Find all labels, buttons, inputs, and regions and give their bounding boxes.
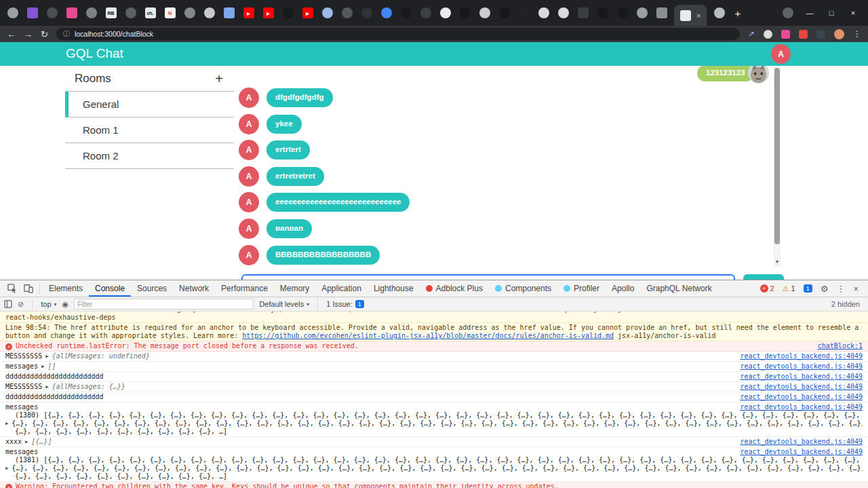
browser-tab[interactable]	[381, 7, 392, 18]
browser-tab[interactable]	[714, 7, 725, 18]
window-close-button[interactable]: ×	[848, 9, 859, 17]
devtools-close-button[interactable]: ×	[853, 284, 859, 294]
clear-console-icon[interactable]: ⊘	[18, 300, 24, 309]
expand-arrow-icon[interactable]: ▶	[45, 383, 48, 391]
tab-close-icon[interactable]: ×	[696, 12, 701, 20]
browser-tab[interactable]	[637, 7, 648, 18]
browser-tab[interactable]	[47, 7, 58, 18]
minimize-button[interactable]: —	[804, 9, 815, 17]
browser-tab[interactable]	[479, 7, 490, 18]
devtools-menu-icon[interactable]: ⋮	[836, 284, 845, 294]
browser-tab[interactable]	[440, 7, 451, 18]
expand-arrow-icon[interactable]: ▶	[41, 362, 44, 371]
room-item-general[interactable]: General	[65, 92, 234, 117]
browser-tab[interactable]: N	[165, 7, 176, 18]
expand-arrow-icon[interactable]: ▶	[5, 464, 8, 472]
device-toolbar-icon[interactable]	[20, 284, 37, 293]
expand-arrow-icon[interactable]: ▶	[45, 352, 48, 360]
reload-button[interactable]: ↻	[41, 30, 48, 39]
browser-tab[interactable]	[420, 7, 431, 18]
tab-search-icon[interactable]	[783, 7, 793, 18]
send-button[interactable]	[743, 274, 784, 280]
warning-count-badge[interactable]: ⚠1	[783, 284, 795, 293]
browser-tab[interactable]	[342, 7, 353, 18]
scrollbar-thumb[interactable]	[774, 68, 780, 244]
issues-badge[interactable]: 1	[804, 284, 812, 293]
scroll-down-icon[interactable]: ▼	[774, 257, 781, 267]
browser-tab[interactable]	[361, 7, 372, 18]
extension-icon[interactable]	[816, 30, 825, 39]
error-count-badge[interactable]: ×2	[760, 284, 774, 293]
devtools-tab-components[interactable]: Components	[489, 280, 557, 297]
room-item-room1[interactable]: Room 1	[65, 117, 234, 143]
source-link[interactable]: react_devtools_backend.js:4049	[740, 403, 863, 411]
browser-tab[interactable]	[322, 7, 333, 18]
browser-tab[interactable]	[204, 7, 215, 18]
source-link[interactable]: react_devtools_backend.js:4049	[740, 393, 863, 401]
address-bar[interactable]: ⓘ localhost:3000/chatBlock	[56, 28, 740, 40]
extension-icon[interactable]	[781, 30, 790, 39]
devtools-tab-elements[interactable]: Elements	[43, 280, 89, 297]
browser-tab[interactable]: RB	[106, 7, 117, 18]
browser-tab[interactable]	[558, 7, 569, 18]
room-item-room2[interactable]: Room 2	[65, 143, 234, 169]
extension-icon[interactable]	[764, 30, 772, 39]
browser-tab[interactable]	[538, 7, 549, 18]
youtube-tab[interactable]: ▶	[263, 7, 274, 18]
browser-tab[interactable]	[7, 7, 18, 18]
browser-tab[interactable]	[597, 7, 608, 18]
user-avatar[interactable]: A	[771, 44, 791, 64]
expand-arrow-icon[interactable]: ▶	[25, 438, 28, 446]
active-tab[interactable]: ×	[674, 5, 707, 26]
browser-menu-icon[interactable]: ⋮	[853, 29, 861, 39]
send-to-devices-icon[interactable]: ↗	[748, 29, 755, 39]
browser-tab[interactable]	[460, 7, 471, 18]
youtube-tab[interactable]: ▶	[243, 7, 254, 18]
source-link[interactable]: react_devtools_backend.js:4049	[740, 352, 863, 360]
back-button[interactable]: ←	[7, 30, 16, 39]
devtools-tab-profiler[interactable]: Profiler	[557, 280, 606, 297]
log-levels-dropdown[interactable]: Default levels▾	[259, 300, 309, 308]
browser-tab[interactable]	[66, 7, 77, 18]
site-info-icon[interactable]: ⓘ	[63, 29, 70, 39]
console-filter-input[interactable]	[74, 299, 254, 309]
forward-button[interactable]: →	[24, 30, 33, 39]
devtools-tab-lighthouse[interactable]: Lighthouse	[368, 280, 420, 297]
source-link[interactable]: react_devtools_backend.js:4049	[740, 373, 863, 381]
browser-tab[interactable]	[578, 7, 589, 18]
devtools-tab-console[interactable]: Console	[89, 280, 131, 297]
source-link[interactable]: react_devtools_backend.js:4049	[740, 448, 863, 456]
message-input[interactable]	[241, 274, 735, 280]
devtools-tab-adblock[interactable]: Adblock Plus	[420, 280, 489, 297]
browser-tab[interactable]	[656, 7, 667, 18]
browser-tab[interactable]	[224, 7, 235, 18]
add-room-button[interactable]: +	[215, 72, 223, 86]
browser-tab[interactable]: ch.	[145, 7, 156, 18]
expand-arrow-icon[interactable]: ▶	[5, 419, 8, 428]
browser-tab[interactable]	[617, 7, 628, 18]
browser-tab[interactable]	[86, 7, 97, 18]
browser-tab[interactable]	[401, 7, 412, 18]
browser-profile-avatar[interactable]	[834, 29, 844, 39]
browser-tab[interactable]	[125, 7, 136, 18]
new-tab-button[interactable]: +	[734, 7, 741, 19]
devtools-tab-sources[interactable]: Sources	[131, 280, 173, 297]
settings-gear-icon[interactable]: ⚙	[821, 284, 829, 294]
devtools-tab-memory[interactable]: Memory	[274, 280, 315, 297]
devtools-tab-performance[interactable]: Performance	[215, 280, 274, 297]
source-link[interactable]: react_devtools_backend.js:4049	[740, 383, 863, 391]
devtools-tab-network[interactable]: Network	[173, 280, 215, 297]
browser-tab[interactable]	[499, 7, 510, 18]
live-expression-eye-icon[interactable]: ◉	[62, 300, 69, 309]
source-link[interactable]: chatBlock:1	[818, 342, 863, 350]
browser-tab[interactable]	[27, 7, 38, 18]
browser-tab[interactable]	[184, 7, 195, 18]
console-link[interactable]: https://github.com/evcohen/eslint-plugin…	[242, 332, 614, 339]
youtube-tab[interactable]: ▶	[302, 7, 313, 18]
source-link[interactable]: react_devtools_backend.js:4049	[740, 362, 863, 371]
issue-chip[interactable]: 1 Issue:1	[326, 300, 364, 308]
extension-icon[interactable]	[799, 30, 808, 39]
maximize-button[interactable]: □	[826, 9, 837, 17]
source-link[interactable]: react_devtools_backend.js:4049	[740, 438, 863, 446]
browser-tab[interactable]	[283, 7, 294, 18]
